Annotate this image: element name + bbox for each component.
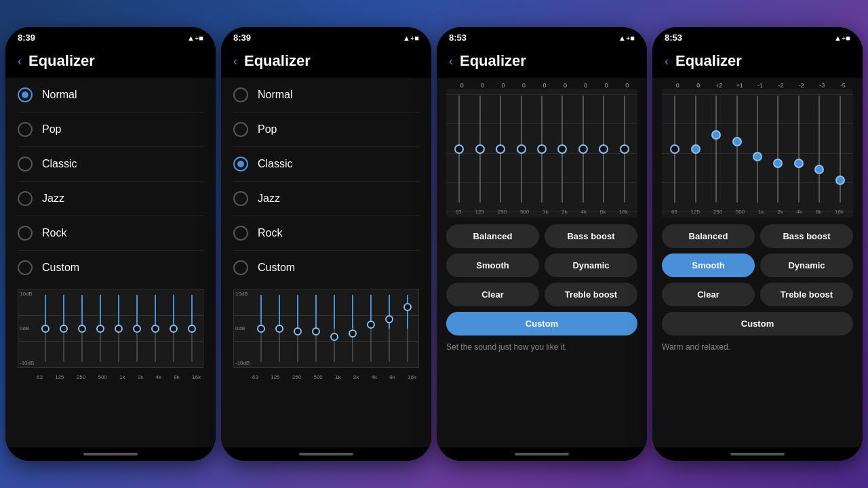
btn-bass-boost-3[interactable]: Bass boost (545, 224, 637, 248)
btn-clear-4[interactable]: Clear (662, 283, 755, 306)
home-bar-2 (299, 453, 353, 455)
btn-dynamic-3[interactable]: Dynamic (545, 253, 637, 277)
phone-1: 8:39 ▲+■ ‹ Equalizer Normal Pop Classic … (5, 27, 216, 461)
radio-list-2: Normal Pop Classic Jazz Rock Custom (221, 78, 431, 285)
radio-classic[interactable]: Classic (18, 147, 203, 182)
back-button-4[interactable]: ‹ (665, 54, 669, 68)
btn-bass-boost-4[interactable]: Bass boost (760, 224, 853, 248)
db-val-3-1: 0 (472, 82, 492, 89)
db-val-3-0: 0 (452, 82, 472, 89)
home-indicator-1 (5, 447, 216, 461)
btn-treble-boost-4[interactable]: Treble boost (760, 283, 853, 306)
back-button-2[interactable]: ‹ (233, 54, 237, 68)
radio-circle-normal (18, 87, 33, 102)
preset-grid-3: Balanced Bass boost Smooth Dynamic Clear… (437, 218, 647, 342)
back-button-1[interactable]: ‹ (18, 54, 22, 68)
radio2-circle-classic (233, 157, 248, 171)
db-val-3-8: 0 (617, 82, 637, 89)
app-header-3: ‹ Equalizer (437, 45, 647, 78)
radio2-label-jazz: Jazz (258, 192, 280, 205)
radio2-classic[interactable]: Classic (233, 147, 419, 182)
radio2-circle-custom (233, 260, 248, 275)
db-val-4-5: -2 (770, 82, 791, 89)
radio-label-classic: Classic (42, 158, 77, 170)
radio-normal[interactable]: Normal (18, 78, 203, 113)
status-bar-3: 8:53 ▲+■ (437, 27, 647, 45)
db-val-4-2: +2 (709, 82, 729, 89)
app-header-4: ‹ Equalizer (652, 45, 863, 78)
btn-dynamic-4[interactable]: Dynamic (760, 253, 853, 277)
radio2-circle-normal (233, 87, 248, 102)
radio2-jazz[interactable]: Jazz (233, 182, 419, 216)
radio-circle-custom (18, 260, 33, 275)
phone-2: 8:39 ▲+■ ‹ Equalizer Normal Pop Classic … (221, 27, 431, 461)
radio2-custom[interactable]: Custom (233, 251, 419, 285)
radio-label-jazz: Jazz (42, 192, 64, 205)
status-icons-2: ▲+■ (403, 34, 419, 42)
home-bar-4 (730, 453, 785, 455)
btn-treble-boost-3[interactable]: Treble boost (545, 283, 637, 306)
status-icons-4: ▲+■ (834, 34, 850, 42)
preset-grid-4: Balanced Bass boost Smooth Dynamic Clear… (652, 218, 863, 342)
radio-jazz[interactable]: Jazz (18, 182, 203, 216)
app-header-2: ‹ Equalizer (221, 45, 431, 78)
radio2-rock[interactable]: Rock (233, 216, 419, 251)
back-button-3[interactable]: ‹ (449, 54, 453, 68)
db-values-row-3: 0 0 0 0 0 0 0 0 0 (442, 78, 647, 89)
radio-circle-rock (18, 226, 33, 241)
time-2: 8:39 (233, 33, 251, 43)
radio2-circle-rock (233, 226, 248, 241)
content-3: 0 0 0 0 0 0 0 0 0 (437, 78, 647, 447)
btn-custom-4[interactable]: Custom (662, 312, 853, 336)
radio-circle-classic (18, 157, 33, 171)
preset-desc-3: Set the sound just how you like it. (437, 342, 647, 357)
db-val-3-6: 0 (576, 82, 596, 89)
btn-balanced-3[interactable]: Balanced (446, 224, 539, 248)
phone-4: 8:53 ▲+■ ‹ Equalizer 0 0 +2 +1 -1 -2 -2 … (652, 27, 863, 461)
db-val-4-8: -5 (833, 82, 853, 89)
time-4: 8:53 (665, 33, 682, 43)
radio-pop[interactable]: Pop (18, 113, 203, 147)
db-val-4-1: 0 (688, 82, 708, 89)
radio-list-1: Normal Pop Classic Jazz Rock Custom (5, 78, 216, 285)
slider-chart-4: 63 125 250 500 1k 2k 4k 8k 16k (662, 89, 853, 218)
db-val-3-5: 0 (555, 82, 575, 89)
radio-circle-pop (18, 122, 33, 137)
db-val-3-2: 0 (493, 82, 513, 89)
preset-desc-4: Warm and relaxed. (652, 342, 863, 357)
app-title-2: Equalizer (244, 52, 311, 70)
status-icons-1: ▲+■ (187, 34, 203, 42)
btn-smooth-3[interactable]: Smooth (446, 253, 539, 277)
app-title-4: Equalizer (675, 52, 742, 70)
radio2-pop[interactable]: Pop (233, 113, 419, 147)
status-bar-4: 8:53 ▲+■ (652, 27, 863, 45)
app-header-1: ‹ Equalizer (5, 45, 216, 78)
btn-custom-3[interactable]: Custom (446, 312, 637, 336)
btn-smooth-4[interactable]: Smooth (662, 253, 755, 277)
status-icons-3: ▲+■ (618, 34, 635, 42)
radio2-label-pop: Pop (258, 123, 277, 136)
home-bar-1 (83, 453, 138, 455)
radio2-normal[interactable]: Normal (233, 78, 419, 113)
home-indicator-3 (437, 447, 647, 461)
radio-label-pop: Pop (42, 123, 61, 136)
btn-balanced-4[interactable]: Balanced (662, 224, 755, 248)
btn-clear-3[interactable]: Clear (446, 283, 539, 306)
app-title-1: Equalizer (28, 52, 95, 70)
app-title-3: Equalizer (460, 52, 526, 70)
status-bar-2: 8:39 ▲+■ (221, 27, 431, 45)
slider-chart-3: 63 125 250 500 1k 2k 4k 8k 16k (446, 89, 637, 218)
db-val-4-3: +1 (729, 82, 749, 89)
home-indicator-4 (652, 447, 863, 461)
content-1: Normal Pop Classic Jazz Rock Custom (5, 78, 216, 447)
radio2-circle-jazz (233, 191, 248, 206)
radio-custom[interactable]: Custom (18, 251, 203, 285)
time-1: 8:39 (18, 33, 35, 43)
radio-label-rock: Rock (42, 227, 66, 239)
radio-circle-jazz (18, 191, 33, 206)
phone-3: 8:53 ▲+■ ‹ Equalizer 0 0 0 0 0 0 0 0 0 (437, 27, 647, 461)
status-bar-1: 8:39 ▲+■ (5, 27, 216, 45)
db-val-4-4: -1 (750, 82, 770, 89)
radio-rock[interactable]: Rock (18, 216, 203, 251)
db-values-row-4: 0 0 +2 +1 -1 -2 -2 -3 -5 (658, 78, 863, 89)
